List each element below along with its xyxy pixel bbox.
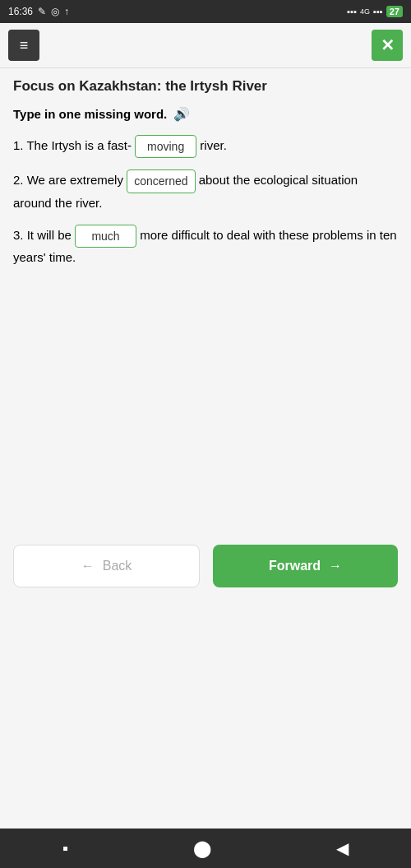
exercise-2-answer[interactable]: concerned [127, 169, 195, 193]
audio-icon[interactable]: 🔊 [173, 106, 190, 122]
edit-icon: ✎ [38, 6, 46, 17]
page-title: Focus on Kazakhstan: the Irtysh River [13, 78, 398, 95]
forward-button[interactable]: Forward → [213, 545, 398, 587]
spacer [0, 604, 411, 829]
exercise-1-after: river. [200, 138, 227, 152]
exercise-2-before: We are extremely [27, 174, 127, 188]
forward-arrow-icon: → [329, 559, 342, 573]
signal-bars-2: ▪▪▪ [373, 7, 383, 16]
exercise-3: 3. It will be much more difficult to dea… [13, 225, 398, 267]
exercise-1-answer[interactable]: moving [135, 135, 196, 158]
signal-bars: ▪▪▪ [347, 7, 357, 16]
exercise-1: 1. The Irtysh is a fast- moving river. [13, 135, 398, 158]
arrow-icon: ↑ [64, 6, 69, 17]
status-right: ▪▪▪ 4G ▪▪▪ 27 [347, 6, 403, 17]
instruction-label: Type in one missing word. 🔊 [13, 106, 398, 122]
4g-label: 4G [360, 7, 370, 16]
exercise-2: 2. We are extremely concerned about the … [13, 169, 398, 212]
exercise-3-before: It will be [27, 228, 75, 242]
top-bar: ≡ ✕ [0, 23, 411, 68]
time: 16:36 [8, 6, 33, 17]
forward-label: Forward [269, 559, 321, 573]
back-button[interactable]: ← Back [13, 545, 200, 587]
exercise-3-answer[interactable]: much [75, 225, 136, 248]
back-label: Back [103, 559, 132, 573]
status-left: 16:36 ✎ ◎ ↑ [8, 6, 69, 17]
exercise-3-number: 3. [13, 228, 24, 242]
close-button[interactable]: ✕ [372, 30, 403, 61]
hamburger-icon: ≡ [20, 37, 29, 54]
circle-icon: ◎ [51, 6, 59, 17]
home-circle-icon[interactable]: ⬤ [193, 838, 211, 858]
close-icon: ✕ [381, 35, 395, 55]
exercise-1-before: The Irtysh is a fast- [26, 138, 132, 152]
back-arrow-icon: ← [81, 559, 95, 573]
page-title-area: Focus on Kazakhstan: the Irtysh River [0, 68, 411, 98]
exercise-2-number: 2. [13, 174, 24, 188]
bottom-nav-bar: ▪ ⬤ ◀ [0, 829, 411, 868]
square-icon[interactable]: ▪ [62, 839, 68, 858]
battery-level: 27 [386, 6, 403, 17]
exercise-1-number: 1. [13, 138, 24, 152]
content-area: Type in one missing word. 🔊 1. The Irtys… [0, 98, 411, 520]
nav-buttons: ← Back Forward → [0, 528, 411, 604]
status-bar: 16:36 ✎ ◎ ↑ ▪▪▪ 4G ▪▪▪ 27 [0, 0, 411, 23]
hamburger-button[interactable]: ≡ [8, 30, 39, 61]
back-triangle-icon[interactable]: ◀ [336, 838, 349, 858]
instruction-text: Type in one missing word. [13, 107, 167, 121]
